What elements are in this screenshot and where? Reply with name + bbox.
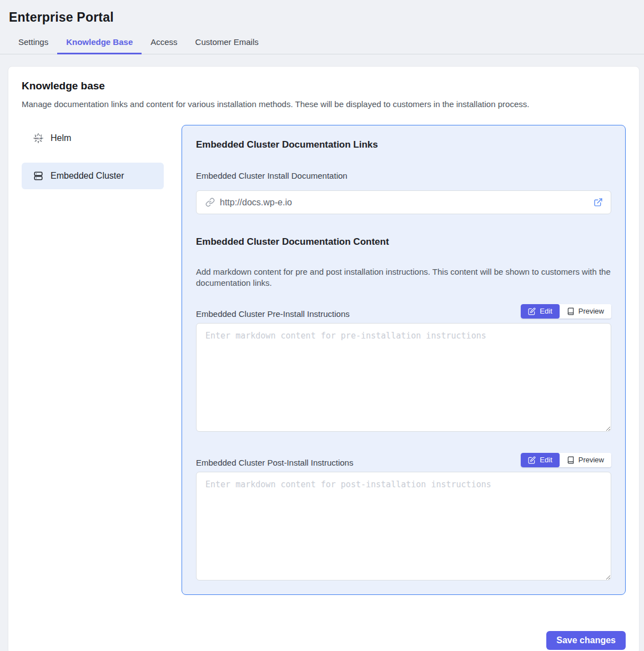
preview-button-label: Preview <box>578 456 604 465</box>
save-changes-button[interactable]: Save changes <box>546 631 626 650</box>
post-install-label-row: Embedded Cluster Post-Install Instructio… <box>196 453 611 467</box>
preview-book-icon <box>567 307 575 315</box>
sidebar-item-label: Helm <box>51 133 71 143</box>
edit-icon <box>528 307 536 315</box>
tab-bar: Settings Knowledge Base Access Customer … <box>0 32 644 54</box>
install-method-nav: HELM Helm Embedded Cluster <box>22 125 164 595</box>
edit-button[interactable]: Edit <box>521 453 559 467</box>
edit-icon <box>528 456 536 464</box>
embedded-cluster-panel: Embedded Cluster Documentation Links Emb… <box>182 125 626 595</box>
app-header: Enterprise Portal <box>0 0 644 25</box>
svg-text:HELM: HELM <box>35 137 42 140</box>
sidebar-item-helm[interactable]: HELM Helm <box>22 125 164 152</box>
helm-logo-icon: HELM <box>33 133 44 144</box>
pre-install-label: Embedded Cluster Pre-Install Instruction… <box>196 309 350 319</box>
content-section-heading: Embedded Cluster Documentation Content <box>196 236 611 248</box>
pre-install-textarea[interactable] <box>196 323 611 432</box>
card-title: Knowledge base <box>22 80 626 92</box>
footer-actions: Save changes <box>22 631 626 650</box>
content-row: HELM Helm Embedded Cluster Embedd <box>22 125 626 595</box>
preview-button-label: Preview <box>578 307 604 316</box>
sidebar-item-label: Embedded Cluster <box>51 171 124 181</box>
external-link-icon[interactable] <box>593 198 603 207</box>
post-install-label: Embedded Cluster Post-Install Instructio… <box>196 458 353 467</box>
preview-button[interactable]: Preview <box>560 304 611 319</box>
knowledge-base-card: Knowledge base Manage documentation link… <box>8 66 640 651</box>
edit-button-label: Edit <box>540 307 552 316</box>
tab-knowledge-base[interactable]: Knowledge Base <box>57 32 142 54</box>
pre-install-label-row: Embedded Cluster Pre-Install Instruction… <box>196 304 611 319</box>
preview-button[interactable]: Preview <box>560 453 611 467</box>
tab-customer-emails[interactable]: Customer Emails <box>187 32 268 54</box>
sidebar-item-embedded-cluster[interactable]: Embedded Cluster <box>22 163 164 189</box>
tab-settings[interactable]: Settings <box>9 32 57 54</box>
links-section-heading: Embedded Cluster Documentation Links <box>196 139 611 150</box>
post-install-textarea[interactable] <box>196 472 611 581</box>
preview-book-icon <box>567 456 575 464</box>
content-section-description: Add markdown content for pre and post in… <box>196 266 611 289</box>
server-stack-icon <box>33 170 44 181</box>
tab-access[interactable]: Access <box>142 32 186 54</box>
install-doc-label: Embedded Cluster Install Documentation <box>196 171 611 180</box>
install-doc-url-input[interactable] <box>220 198 593 208</box>
edit-button-label: Edit <box>540 456 552 465</box>
link-icon <box>205 198 215 207</box>
pre-install-mode-toggle: Edit Preview <box>521 304 611 319</box>
page-title: Enterprise Portal <box>9 10 635 25</box>
edit-button[interactable]: Edit <box>521 304 559 319</box>
card-description: Manage documentation links and content f… <box>22 99 626 109</box>
post-install-mode-toggle: Edit Preview <box>521 453 611 467</box>
install-doc-input-wrap <box>196 190 611 214</box>
